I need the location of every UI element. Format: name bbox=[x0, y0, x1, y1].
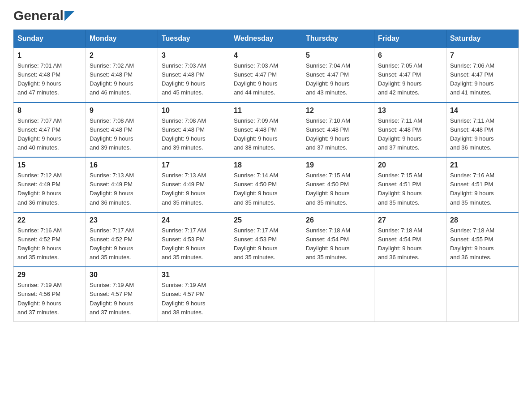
calendar-cell: 6 Sunrise: 7:05 AM Sunset: 4:47 PM Dayli… bbox=[374, 47, 446, 103]
calendar-cell: 9 Sunrise: 7:08 AM Sunset: 4:48 PM Dayli… bbox=[86, 103, 158, 158]
calendar-week-row: 1 Sunrise: 7:01 AM Sunset: 4:48 PM Dayli… bbox=[14, 47, 519, 103]
day-number: 10 bbox=[162, 107, 226, 115]
day-number: 24 bbox=[162, 216, 226, 224]
day-info: Sunrise: 7:19 AM Sunset: 4:56 PM Dayligh… bbox=[17, 281, 82, 317]
calendar-cell: 7 Sunrise: 7:06 AM Sunset: 4:47 PM Dayli… bbox=[446, 47, 519, 103]
day-number: 14 bbox=[450, 107, 515, 115]
day-number: 20 bbox=[378, 161, 442, 169]
calendar-week-row: 29 Sunrise: 7:19 AM Sunset: 4:56 PM Dayl… bbox=[14, 267, 519, 321]
day-number: 26 bbox=[306, 216, 370, 224]
day-info: Sunrise: 7:19 AM Sunset: 4:57 PM Dayligh… bbox=[90, 281, 154, 317]
col-header-saturday: Saturday bbox=[446, 30, 519, 48]
calendar-cell: 28 Sunrise: 7:18 AM Sunset: 4:55 PM Dayl… bbox=[446, 212, 519, 267]
col-header-monday: Monday bbox=[86, 30, 158, 48]
day-number: 2 bbox=[90, 51, 154, 60]
calendar-cell: 12 Sunrise: 7:10 AM Sunset: 4:48 PM Dayl… bbox=[302, 103, 374, 158]
day-number: 28 bbox=[450, 216, 515, 224]
day-number: 21 bbox=[450, 161, 515, 169]
calendar-cell: 24 Sunrise: 7:17 AM Sunset: 4:53 PM Dayl… bbox=[158, 212, 230, 267]
day-info: Sunrise: 7:01 AM Sunset: 4:48 PM Dayligh… bbox=[17, 61, 82, 98]
day-info: Sunrise: 7:19 AM Sunset: 4:57 PM Dayligh… bbox=[162, 281, 226, 317]
day-info: Sunrise: 7:05 AM Sunset: 4:47 PM Dayligh… bbox=[378, 61, 442, 98]
calendar-cell: 30 Sunrise: 7:19 AM Sunset: 4:57 PM Dayl… bbox=[86, 267, 158, 321]
calendar-cell bbox=[230, 267, 302, 321]
day-number: 29 bbox=[17, 271, 82, 279]
col-header-friday: Friday bbox=[374, 30, 446, 48]
day-info: Sunrise: 7:13 AM Sunset: 4:49 PM Dayligh… bbox=[162, 171, 226, 207]
calendar-cell: 21 Sunrise: 7:16 AM Sunset: 4:51 PM Dayl… bbox=[446, 157, 519, 212]
day-info: Sunrise: 7:13 AM Sunset: 4:49 PM Dayligh… bbox=[90, 171, 154, 207]
calendar-cell: 16 Sunrise: 7:13 AM Sunset: 4:49 PM Dayl… bbox=[86, 157, 158, 212]
day-info: Sunrise: 7:15 AM Sunset: 4:50 PM Dayligh… bbox=[306, 171, 370, 207]
calendar-cell: 11 Sunrise: 7:09 AM Sunset: 4:48 PM Dayl… bbox=[230, 103, 302, 158]
day-number: 5 bbox=[306, 51, 370, 60]
day-info: Sunrise: 7:08 AM Sunset: 4:48 PM Dayligh… bbox=[90, 116, 154, 153]
day-number: 7 bbox=[450, 51, 515, 60]
calendar-cell: 5 Sunrise: 7:04 AM Sunset: 4:47 PM Dayli… bbox=[302, 47, 374, 103]
day-number: 18 bbox=[234, 161, 298, 169]
calendar-header-row: SundayMondayTuesdayWednesdayThursdayFrid… bbox=[14, 30, 519, 48]
col-header-sunday: Sunday bbox=[14, 30, 86, 48]
day-info: Sunrise: 7:17 AM Sunset: 4:52 PM Dayligh… bbox=[90, 226, 154, 262]
logo-general: General bbox=[13, 9, 64, 22]
day-info: Sunrise: 7:11 AM Sunset: 4:48 PM Dayligh… bbox=[378, 116, 442, 153]
calendar-cell: 15 Sunrise: 7:12 AM Sunset: 4:49 PM Dayl… bbox=[14, 157, 86, 212]
calendar-cell: 10 Sunrise: 7:08 AM Sunset: 4:48 PM Dayl… bbox=[158, 103, 230, 158]
calendar-cell: 4 Sunrise: 7:03 AM Sunset: 4:47 PM Dayli… bbox=[230, 47, 302, 103]
day-number: 25 bbox=[234, 216, 298, 224]
day-number: 31 bbox=[162, 271, 226, 279]
day-info: Sunrise: 7:16 AM Sunset: 4:52 PM Dayligh… bbox=[17, 226, 82, 262]
day-info: Sunrise: 7:16 AM Sunset: 4:51 PM Dayligh… bbox=[450, 171, 515, 207]
logo: General bbox=[13, 9, 74, 21]
calendar-cell: 2 Sunrise: 7:02 AM Sunset: 4:48 PM Dayli… bbox=[86, 47, 158, 103]
day-number: 3 bbox=[162, 51, 226, 60]
day-info: Sunrise: 7:08 AM Sunset: 4:48 PM Dayligh… bbox=[162, 116, 226, 153]
calendar-cell: 27 Sunrise: 7:18 AM Sunset: 4:54 PM Dayl… bbox=[374, 212, 446, 267]
calendar-cell bbox=[374, 267, 446, 321]
day-info: Sunrise: 7:17 AM Sunset: 4:53 PM Dayligh… bbox=[162, 226, 226, 262]
day-number: 23 bbox=[90, 216, 154, 224]
col-header-tuesday: Tuesday bbox=[158, 30, 230, 48]
day-info: Sunrise: 7:07 AM Sunset: 4:47 PM Dayligh… bbox=[17, 116, 82, 153]
day-info: Sunrise: 7:12 AM Sunset: 4:49 PM Dayligh… bbox=[17, 171, 82, 207]
day-number: 30 bbox=[90, 271, 154, 279]
day-number: 12 bbox=[306, 107, 370, 115]
calendar-cell: 29 Sunrise: 7:19 AM Sunset: 4:56 PM Dayl… bbox=[14, 267, 86, 321]
day-number: 4 bbox=[234, 51, 298, 60]
svg-marker-0 bbox=[64, 11, 74, 21]
day-number: 17 bbox=[162, 161, 226, 169]
day-info: Sunrise: 7:09 AM Sunset: 4:48 PM Dayligh… bbox=[234, 116, 298, 153]
calendar-cell: 8 Sunrise: 7:07 AM Sunset: 4:47 PM Dayli… bbox=[14, 103, 86, 158]
page-header: General bbox=[13, 9, 519, 21]
day-info: Sunrise: 7:17 AM Sunset: 4:53 PM Dayligh… bbox=[234, 226, 298, 262]
day-info: Sunrise: 7:11 AM Sunset: 4:48 PM Dayligh… bbox=[450, 116, 515, 153]
calendar-cell: 23 Sunrise: 7:17 AM Sunset: 4:52 PM Dayl… bbox=[86, 212, 158, 267]
day-info: Sunrise: 7:15 AM Sunset: 4:51 PM Dayligh… bbox=[378, 171, 442, 207]
day-info: Sunrise: 7:03 AM Sunset: 4:48 PM Dayligh… bbox=[162, 61, 226, 98]
calendar-table: SundayMondayTuesdayWednesdayThursdayFrid… bbox=[13, 30, 519, 322]
calendar-week-row: 22 Sunrise: 7:16 AM Sunset: 4:52 PM Dayl… bbox=[14, 212, 519, 267]
col-header-wednesday: Wednesday bbox=[230, 30, 302, 48]
calendar-week-row: 8 Sunrise: 7:07 AM Sunset: 4:47 PM Dayli… bbox=[14, 103, 519, 158]
calendar-week-row: 15 Sunrise: 7:12 AM Sunset: 4:49 PM Dayl… bbox=[14, 157, 519, 212]
calendar-cell: 19 Sunrise: 7:15 AM Sunset: 4:50 PM Dayl… bbox=[302, 157, 374, 212]
day-number: 11 bbox=[234, 107, 298, 115]
calendar-cell: 25 Sunrise: 7:17 AM Sunset: 4:53 PM Dayl… bbox=[230, 212, 302, 267]
calendar-cell bbox=[446, 267, 519, 321]
calendar-cell bbox=[302, 267, 374, 321]
logo-arrow-icon bbox=[64, 11, 74, 21]
day-info: Sunrise: 7:18 AM Sunset: 4:55 PM Dayligh… bbox=[450, 226, 515, 262]
calendar-cell: 17 Sunrise: 7:13 AM Sunset: 4:49 PM Dayl… bbox=[158, 157, 230, 212]
day-info: Sunrise: 7:02 AM Sunset: 4:48 PM Dayligh… bbox=[90, 61, 154, 98]
day-number: 15 bbox=[17, 161, 82, 169]
day-info: Sunrise: 7:14 AM Sunset: 4:50 PM Dayligh… bbox=[234, 171, 298, 207]
calendar-cell: 20 Sunrise: 7:15 AM Sunset: 4:51 PM Dayl… bbox=[374, 157, 446, 212]
day-info: Sunrise: 7:06 AM Sunset: 4:47 PM Dayligh… bbox=[450, 61, 515, 98]
calendar-cell: 18 Sunrise: 7:14 AM Sunset: 4:50 PM Dayl… bbox=[230, 157, 302, 212]
calendar-cell: 3 Sunrise: 7:03 AM Sunset: 4:48 PM Dayli… bbox=[158, 47, 230, 103]
calendar-cell: 22 Sunrise: 7:16 AM Sunset: 4:52 PM Dayl… bbox=[14, 212, 86, 267]
day-number: 13 bbox=[378, 107, 442, 115]
day-number: 19 bbox=[306, 161, 370, 169]
day-info: Sunrise: 7:03 AM Sunset: 4:47 PM Dayligh… bbox=[234, 61, 298, 98]
day-number: 9 bbox=[90, 107, 154, 115]
